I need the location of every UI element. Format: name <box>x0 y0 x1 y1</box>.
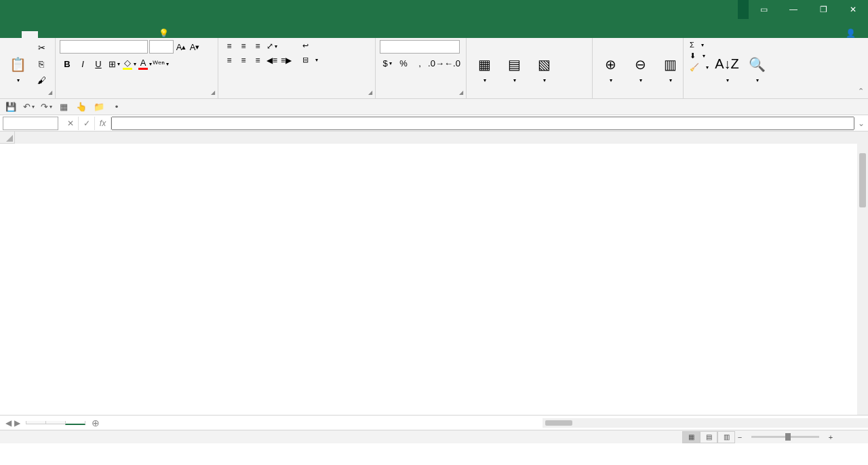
format-cells-button[interactable]: ▥ <box>656 40 684 98</box>
font-size-input[interactable] <box>149 40 174 54</box>
cut-button[interactable]: ✂ <box>34 40 49 55</box>
fill-button[interactable]: ⬇ <box>688 51 711 61</box>
clipboard-dialog-icon[interactable]: ◢ <box>48 89 52 96</box>
alignment-dialog-icon[interactable]: ◢ <box>368 89 372 96</box>
cell-styles-button[interactable]: ▧ <box>530 40 557 98</box>
copy-icon: ⎘ <box>39 59 44 69</box>
collapse-ribbon-button[interactable]: ⌃ <box>858 87 864 96</box>
expand-formula-button[interactable]: ⌄ <box>854 119 868 128</box>
conditional-format-button[interactable]: ▦ <box>471 40 498 98</box>
tab-home[interactable] <box>22 31 38 38</box>
decrease-font-button[interactable]: A▾ <box>189 41 201 53</box>
ribbon-display-button[interactable]: ▭ <box>749 0 778 19</box>
tab-help[interactable] <box>136 31 152 38</box>
increase-decimal-button[interactable]: .0→ <box>429 56 443 70</box>
font-name-input[interactable] <box>60 40 148 54</box>
zoom-out-button[interactable]: − <box>735 433 745 441</box>
align-middle-button[interactable]: ≡ <box>237 40 250 52</box>
increase-indent-button[interactable]: ≡▶ <box>279 54 293 66</box>
page-break-view-button[interactable]: ▥ <box>717 431 735 443</box>
page-layout-view-button[interactable]: ▤ <box>700 431 717 443</box>
name-box[interactable] <box>3 117 58 130</box>
sort-filter-button[interactable]: A↓Z <box>713 40 741 98</box>
delete-cells-button[interactable]: ⊖ <box>627 40 654 98</box>
decrease-decimal-button[interactable]: ←.0 <box>445 56 460 70</box>
spreadsheet-grid[interactable] <box>0 132 868 415</box>
merge-button[interactable]: ⊟ <box>300 54 321 66</box>
tab-data[interactable] <box>87 31 103 38</box>
format-table-button[interactable]: ▤ <box>500 40 528 98</box>
group-font: A▴ A▾ B I U ⊞ ◇ A ᵂᵉⁿ ◢ <box>56 38 218 98</box>
font-dialog-icon[interactable]: ◢ <box>211 89 215 96</box>
align-bottom-button[interactable]: ≡ <box>251 40 264 52</box>
sheet-nav-next[interactable]: ▶ <box>14 418 20 428</box>
align-top-button[interactable]: ≡ <box>222 40 236 52</box>
add-sheet-button[interactable]: ⊕ <box>85 418 106 428</box>
clear-button[interactable]: 🧹 <box>688 62 711 73</box>
align-center-button[interactable]: ≡ <box>237 54 250 66</box>
fill-color-button[interactable]: ◇ <box>122 56 137 71</box>
formula-input[interactable] <box>111 117 854 130</box>
undo-button[interactable]: ↶ <box>22 100 35 114</box>
currency-button[interactable]: $ <box>380 56 395 70</box>
comma-button[interactable]: , <box>412 56 427 70</box>
save-button[interactable]: 💾 <box>4 100 18 114</box>
phonetic-button[interactable]: ᵂᵉⁿ <box>153 56 168 71</box>
insert-cells-button[interactable]: ⊕ <box>597 40 624 98</box>
number-format-select[interactable] <box>380 40 460 54</box>
decrease-indent-button[interactable]: ◀≡ <box>265 54 279 66</box>
tab-review[interactable] <box>103 31 119 38</box>
zoom-slider[interactable] <box>751 436 819 438</box>
select-all-button[interactable] <box>0 132 15 144</box>
sheet-tab-2[interactable] <box>45 421 66 424</box>
insert-function-button[interactable]: fx <box>95 117 111 130</box>
normal-view-button[interactable]: ▦ <box>682 431 700 443</box>
increase-font-button[interactable]: A▴ <box>175 41 187 53</box>
enter-formula-button[interactable]: ✓ <box>79 117 95 130</box>
orientation-button[interactable]: ⤢ <box>265 40 279 52</box>
lightbulb-icon: 💡 <box>159 28 169 38</box>
format-cells-icon: ▥ <box>660 55 679 74</box>
format-painter-button[interactable]: 🖌 <box>34 73 49 87</box>
zoom-in-button[interactable]: + <box>826 433 835 441</box>
paste-button[interactable]: 📋 <box>4 40 31 98</box>
share-button[interactable]: 👤 <box>836 28 868 38</box>
italic-button[interactable]: I <box>75 56 90 71</box>
align-left-button[interactable]: ≡ <box>222 54 236 66</box>
qat-btn-7[interactable]: • <box>110 100 123 114</box>
border-button[interactable]: ⊞ <box>106 56 121 71</box>
align-right-button[interactable]: ≡ <box>251 54 264 66</box>
minimize-button[interactable]: — <box>778 0 808 19</box>
number-dialog-icon[interactable]: ◢ <box>459 89 463 96</box>
login-button[interactable] <box>738 0 749 19</box>
sheet-tab-1[interactable] <box>26 421 46 424</box>
sheet-tab-3[interactable] <box>65 421 85 425</box>
vertical-scrollbar[interactable] <box>857 144 868 415</box>
redo-button[interactable]: ↷ <box>39 100 53 114</box>
cancel-formula-button[interactable]: ✕ <box>62 117 79 130</box>
bold-button[interactable]: B <box>60 56 75 71</box>
maximize-button[interactable]: ❐ <box>808 0 838 19</box>
clipboard-icon: 📋 <box>8 55 27 74</box>
tab-view[interactable] <box>119 31 136 38</box>
tab-insert[interactable] <box>38 31 54 38</box>
tab-file[interactable] <box>5 31 22 38</box>
qat-btn-6[interactable]: 📁 <box>92 100 106 114</box>
qat-btn-5[interactable]: 👆 <box>75 100 88 114</box>
sheet-nav-prev[interactable]: ◀ <box>5 418 12 428</box>
close-button[interactable]: ✕ <box>838 0 868 19</box>
copy-button[interactable]: ⎘ <box>34 56 49 71</box>
tell-me-search[interactable]: 💡 <box>152 28 179 38</box>
sigma-icon: Σ <box>690 41 694 49</box>
formula-bar: ✕ ✓ fx ⌄ <box>0 115 868 132</box>
autosum-button[interactable]: Σ <box>688 40 711 49</box>
wrap-text-button[interactable]: ↩ <box>300 40 321 52</box>
font-color-button[interactable]: A <box>138 56 153 71</box>
percent-button[interactable]: % <box>396 56 411 70</box>
tab-formulas[interactable] <box>71 31 87 38</box>
find-select-button[interactable]: 🔍 <box>743 40 770 98</box>
tab-pagelayout[interactable] <box>54 31 71 38</box>
qat-btn-4[interactable]: ▦ <box>57 100 71 114</box>
underline-button[interactable]: U <box>91 56 106 71</box>
horizontal-scrollbar[interactable] <box>542 418 868 428</box>
